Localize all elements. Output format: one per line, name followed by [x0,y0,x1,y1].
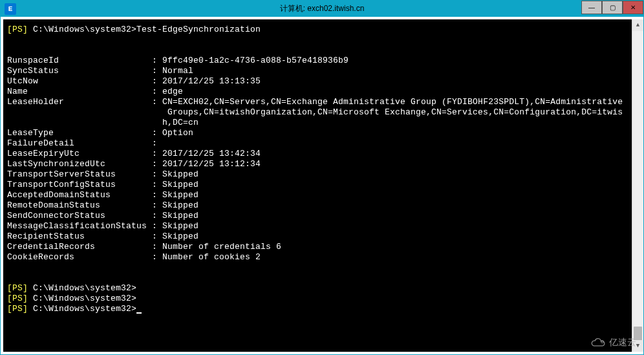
command-text: Test-EdgeSynchronization [136,25,261,34]
field-value: Skipped [162,211,199,221]
prompt-path: C:\Windows\system32> [33,25,136,34]
close-button[interactable]: ✕ [623,1,643,14]
maximize-button[interactable]: ▢ [602,1,623,14]
field-value-cont: Groups,CN=itwishOrganization,CN=Microsof… [167,107,623,117]
field-label: RemoteDomainStatus [7,200,100,210]
field-value-cont: h,DC=cn [162,118,199,127]
vertical-scrollbar[interactable]: ▲ ▼ [632,19,643,352]
scroll-down-arrow[interactable]: ▼ [632,340,643,352]
scroll-up-arrow[interactable]: ▲ [632,19,643,31]
minimize-button[interactable]: — [581,1,602,14]
field-label: RunspaceId [7,56,59,65]
field-label: LeaseType [7,128,54,138]
field-label: UtcNow [7,76,38,86]
field-value: Number of credentials 6 [162,242,281,252]
field-value: 2017/12/25 13:42:34 [162,149,261,158]
field-value: Skipped [162,231,199,241]
field-label: AcceptedDomainStatus [7,190,111,200]
field-value: edge [162,87,183,96]
field-value: Skipped [162,169,199,179]
field-value: 2017/12/25 13:13:35 [162,76,261,86]
terminal-area: [PS] C:\Windows\system32>Test-EdgeSynchr… [1,17,643,354]
prompt-path: C:\Windows\system32> [33,304,136,314]
field-value: Skipped [162,200,199,210]
terminal[interactable]: [PS] C:\Windows\system32>Test-EdgeSynchr… [3,19,632,352]
field-value: Number of cookies 2 [162,252,261,262]
field-value: Skipped [162,180,199,189]
field-value: 2017/12/25 13:12:34 [162,159,261,169]
window-controls: — ▢ ✕ [581,1,643,14]
ps-tag: [PS] [7,294,28,303]
ps-tag: [PS] [7,283,28,293]
field-label: TransportConfigStatus [7,180,116,189]
field-value: Option [162,128,193,138]
field-value: Skipped [162,190,199,200]
prompt-path: C:\Windows\system32> [33,294,136,303]
field-value: Skipped [162,221,199,231]
field-value: CN=EXCH02,CN=Servers,CN=Exchange Adminis… [162,97,623,107]
app-icon: E [5,3,16,15]
field-value: 9ffc49e0-1a2c-4736-a088-b57e418936b9 [162,56,349,65]
field-label: RecipientStatus [7,231,85,241]
field-label: MessageClassificationStatus [7,221,147,231]
cursor [136,312,142,314]
field-label: LastSynchronizedUtc [7,159,105,169]
field-label: CredentialRecords [7,242,95,252]
prompt-path: C:\Windows\system32> [33,283,136,293]
field-label: FailureDetail [7,138,74,148]
field-label: SyncStatus [7,66,59,76]
field-label: LeaseExpiryUtc [7,149,80,158]
field-label: LeaseHolder [7,97,64,107]
field-label: TransportServerStatus [7,169,116,179]
field-label: Name [7,87,28,96]
ps-tag: [PS] [7,25,28,34]
field-label: SendConnectorStatus [7,211,105,221]
application-window: E 计算机: exch02.itwish.cn — ▢ ✕ [PS] C:\Wi… [0,0,644,355]
ps-tag: [PS] [7,304,28,314]
field-value: Normal [162,66,193,76]
window-title: 计算机: exch02.itwish.cn [280,3,365,14]
titlebar[interactable]: E 计算机: exch02.itwish.cn — ▢ ✕ [1,1,643,17]
field-label: CookieRecords [7,252,74,262]
